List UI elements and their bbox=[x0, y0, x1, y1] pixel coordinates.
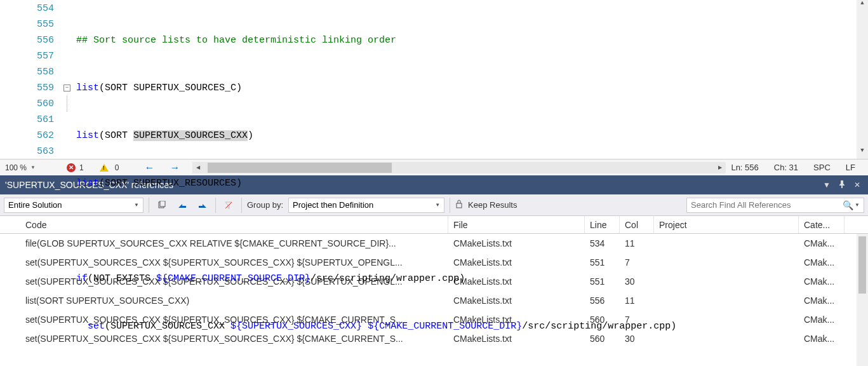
editor-horizontal-scrollbar[interactable]: ◀ ▶ bbox=[192, 162, 726, 173]
scroll-left-icon[interactable]: ◀ bbox=[192, 165, 204, 170]
line-number: 556 bbox=[0, 32, 54, 48]
scope-value: Entire Solution bbox=[8, 200, 62, 210]
code-text: (SUPERTUX_SOURCES_CXX bbox=[105, 321, 230, 332]
error-icon[interactable]: ✕ bbox=[67, 163, 76, 172]
keyword: set bbox=[76, 321, 105, 332]
keyword: list bbox=[76, 178, 99, 189]
fold-gutter: − bbox=[63, 0, 76, 159]
scroll-down-icon[interactable]: ▼ bbox=[857, 147, 868, 159]
chevron-down-icon: ▼ bbox=[30, 165, 36, 170]
line-number: 554 bbox=[0, 1, 54, 17]
code-text: /src/scripting/wrapper.cpp) bbox=[310, 273, 465, 284]
keyword: if bbox=[76, 273, 88, 284]
line-number: 561 bbox=[0, 112, 54, 128]
code-text bbox=[362, 321, 368, 332]
variable: ${SUPERTUX_SOURCES_CXX} bbox=[230, 321, 362, 332]
code-text: (NOT EXISTS bbox=[88, 273, 156, 284]
code-text: (SORT SUPERTUX_RESOURCES) bbox=[99, 178, 242, 189]
zoom-value: 100 % bbox=[5, 163, 27, 172]
line-number: 558 bbox=[0, 64, 54, 80]
code-content[interactable]: ## Sort source lists to have determinist… bbox=[76, 0, 857, 159]
line-number: 557 bbox=[0, 48, 54, 64]
variable: ${CMAKE_CURRENT_SOURCE_DIR} bbox=[368, 321, 522, 332]
references-vertical-scrollbar[interactable] bbox=[857, 234, 868, 366]
code-editor[interactable]: 554 555 556 557 558 559 560 561 562 563 … bbox=[0, 0, 868, 159]
code-text: (SORT SUPERTUX_SOURCES_C) bbox=[99, 83, 242, 93]
code-text: /src/scripting/wrapper.cpp) bbox=[522, 321, 676, 332]
keyword: list bbox=[76, 130, 99, 141]
line-number: 563 bbox=[0, 144, 54, 159]
scrollbar-thumb[interactable] bbox=[208, 163, 392, 173]
variable: ${CMAKE_CURRENT_SOURCE_DIR} bbox=[156, 273, 310, 284]
selected-text[interactable]: SUPERTUX_SOURCES_CXX bbox=[133, 130, 248, 141]
comment: ## Sort source lists to have determinist… bbox=[76, 35, 396, 46]
line-number-gutter: 554 555 556 557 558 559 560 561 562 563 bbox=[0, 0, 63, 159]
editor-vertical-scrollbar[interactable]: ▲ ▼ bbox=[857, 0, 868, 159]
zoom-dropdown[interactable]: 100 % ▼ bbox=[0, 163, 51, 172]
line-number: 555 bbox=[0, 17, 54, 32]
fold-toggle-icon[interactable]: − bbox=[63, 85, 70, 92]
line-number: 562 bbox=[0, 128, 54, 144]
line-number: 560 bbox=[0, 96, 54, 112]
code-text: ) bbox=[248, 130, 253, 141]
warning-icon[interactable] bbox=[100, 164, 109, 172]
scroll-up-icon[interactable]: ▲ bbox=[857, 0, 868, 11]
scroll-right-icon[interactable]: ▶ bbox=[714, 165, 726, 170]
keyword: list bbox=[76, 83, 99, 93]
code-text: (SORT bbox=[99, 130, 133, 141]
line-number: 559 bbox=[0, 80, 54, 96]
scrollbar-thumb[interactable] bbox=[858, 236, 866, 294]
